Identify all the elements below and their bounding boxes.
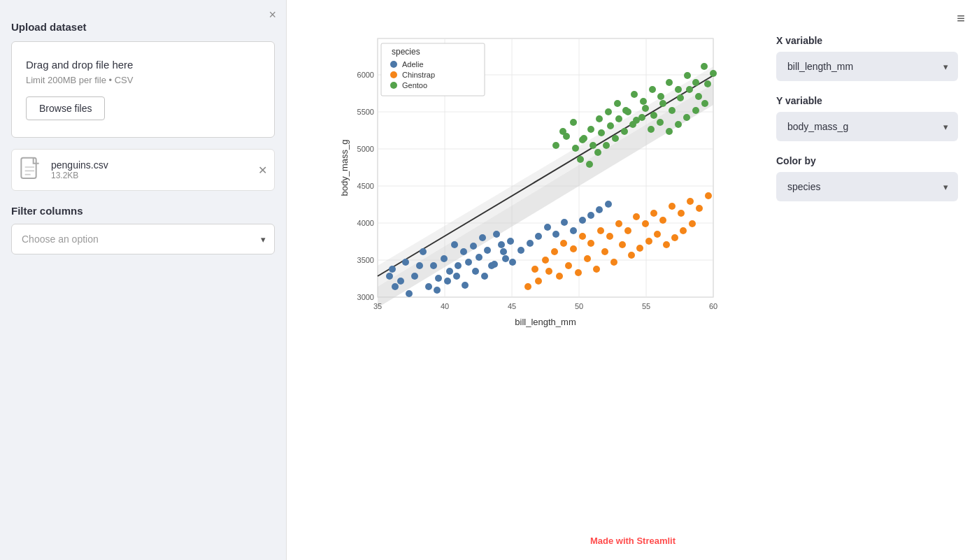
svg-point-171	[390, 71, 397, 78]
svg-point-89	[570, 245, 577, 252]
file-icon	[20, 157, 43, 183]
svg-point-124	[563, 133, 570, 140]
svg-point-28	[425, 283, 432, 290]
x-variable-select[interactable]: bill_length_mm	[787, 61, 930, 72]
svg-point-69	[556, 273, 563, 280]
color-by-select-wrapper[interactable]: species ▾	[776, 172, 958, 201]
svg-point-94	[615, 220, 622, 227]
svg-text:60: 60	[709, 302, 717, 310]
svg-point-121	[701, 63, 708, 70]
svg-point-71	[575, 269, 582, 276]
upload-label: Upload dataset	[11, 21, 275, 33]
main-content: ≡	[287, 0, 979, 560]
svg-point-135	[659, 100, 666, 107]
svg-point-149	[648, 126, 655, 133]
svg-point-138	[686, 86, 693, 93]
svg-point-42	[493, 231, 500, 238]
file-remove-button[interactable]: ✕	[258, 164, 267, 177]
svg-point-23	[402, 259, 409, 266]
svg-point-136	[669, 107, 676, 114]
legend-chinstrap: Chinstrap	[402, 71, 435, 79]
svg-point-22	[389, 266, 396, 273]
y-variable-label: Y variable	[776, 95, 958, 106]
svg-point-64	[596, 206, 603, 213]
svg-point-62	[579, 217, 586, 224]
chevron-down-icon: ▾	[261, 234, 266, 245]
svg-point-150	[657, 119, 664, 126]
svg-point-27	[420, 248, 427, 255]
svg-point-67	[535, 278, 542, 285]
svg-point-143	[594, 149, 601, 156]
svg-point-21	[397, 278, 404, 285]
chevron-down-icon: ▾	[943, 62, 948, 72]
svg-point-91	[587, 240, 594, 247]
filter-select[interactable]: Choose an option	[22, 234, 246, 245]
svg-point-114	[640, 98, 647, 105]
svg-point-147	[629, 121, 636, 128]
scatter-plot: 3000 3500 4000 4500 5000 5500 6000 35 40…	[339, 28, 731, 336]
filter-label: Filter columns	[11, 205, 275, 217]
footer-brand: Streamlit	[636, 536, 676, 546]
svg-point-101	[678, 210, 685, 217]
svg-point-50	[472, 268, 479, 275]
svg-point-70	[565, 262, 572, 269]
svg-point-170	[390, 61, 397, 68]
color-by-select[interactable]: species	[787, 181, 930, 192]
file-info: penguins.csv 13.2KB	[51, 159, 266, 180]
svg-text:5000: 5000	[357, 145, 374, 153]
close-button[interactable]: ×	[269, 8, 276, 21]
svg-text:6000: 6000	[357, 71, 374, 79]
svg-text:4500: 4500	[357, 182, 374, 190]
svg-point-98	[650, 210, 657, 217]
svg-point-139	[695, 93, 702, 100]
svg-point-76	[619, 241, 626, 248]
filter-select-wrapper[interactable]: Choose an option ▾	[11, 224, 275, 254]
svg-point-131	[624, 108, 631, 115]
svg-point-72	[584, 255, 591, 262]
svg-point-111	[614, 100, 621, 107]
svg-point-37	[470, 243, 477, 250]
svg-point-49	[462, 282, 469, 289]
x-axis-label: bill_length_mm	[515, 317, 576, 327]
browse-files-button[interactable]: Browse files	[26, 96, 105, 120]
svg-point-113	[631, 91, 638, 98]
svg-text:55: 55	[642, 302, 650, 310]
svg-point-63	[587, 212, 594, 219]
hamburger-button[interactable]: ≡	[957, 11, 965, 25]
y-variable-select[interactable]: body_mass_g	[787, 121, 930, 132]
chevron-down-icon: ▾	[943, 182, 948, 192]
svg-point-86	[542, 257, 549, 264]
svg-point-43	[498, 241, 505, 248]
svg-point-142	[586, 161, 593, 168]
svg-point-125	[572, 145, 579, 152]
color-by-label: Color by	[776, 155, 958, 166]
file-item: penguins.csv 13.2KB ✕	[11, 149, 275, 191]
legend-title: species	[392, 47, 420, 57]
footer-text-before: Made with	[590, 536, 636, 546]
svg-text:35: 35	[373, 302, 382, 310]
svg-point-144	[603, 142, 610, 149]
drag-title: Drag and drop file here	[26, 59, 260, 71]
svg-point-133	[642, 105, 649, 112]
file-size: 13.2KB	[51, 171, 266, 180]
svg-point-119	[684, 72, 691, 79]
file-name: penguins.csv	[51, 159, 266, 171]
svg-point-48	[453, 273, 460, 280]
legend-adelie: Adelie	[402, 60, 424, 69]
scatter-plot-wrap: 3000 3500 4000 4500 5000 5500 6000 35 40…	[308, 28, 762, 336]
svg-point-118	[675, 86, 682, 93]
y-axis-label: body_mass_g	[339, 140, 350, 196]
svg-text:3500: 3500	[357, 256, 374, 264]
svg-point-85	[531, 266, 538, 273]
svg-point-109	[596, 115, 603, 122]
svg-point-146	[621, 128, 628, 135]
svg-point-93	[606, 233, 613, 240]
chart-container: 3000 3500 4000 4500 5000 5500 6000 35 40…	[308, 28, 958, 546]
svg-point-46	[434, 287, 441, 294]
svg-point-61	[570, 227, 577, 234]
svg-point-148	[638, 114, 645, 121]
x-variable-select-wrapper[interactable]: bill_length_mm ▾	[776, 52, 958, 81]
svg-point-51	[481, 273, 488, 280]
svg-point-77	[628, 252, 635, 259]
y-variable-select-wrapper[interactable]: body_mass_g ▾	[776, 112, 958, 141]
